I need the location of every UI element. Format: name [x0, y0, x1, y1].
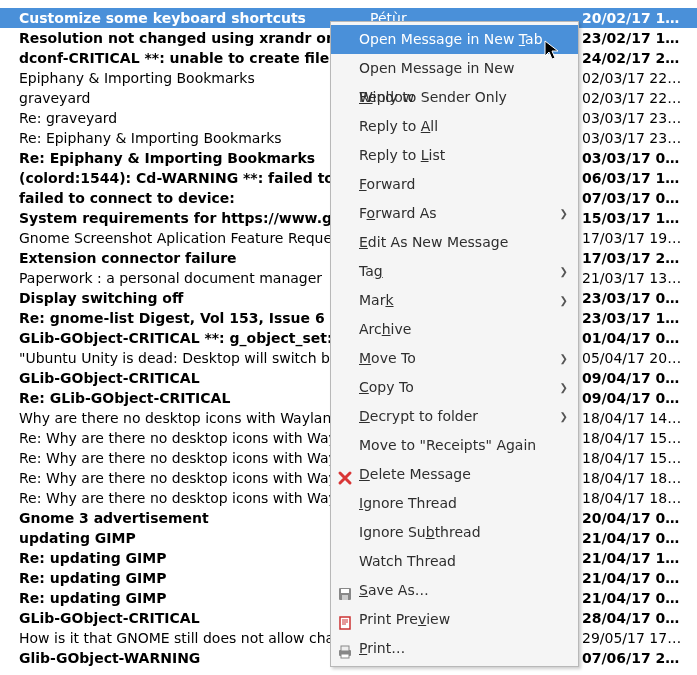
menu-ignore-thread[interactable]: Ignore Thread	[331, 489, 578, 518]
menu-label: Move to "Receipts" Again	[359, 437, 536, 453]
message-date: 23/02/17 1…	[582, 28, 697, 48]
message-subject: graveyard	[19, 88, 369, 108]
chevron-right-icon: ❯	[560, 373, 568, 402]
menu-save-as[interactable]: Save As…	[331, 576, 578, 605]
menu-copy-to[interactable]: Copy To ❯	[331, 373, 578, 402]
menu-label: Delete Message	[359, 466, 471, 482]
menu-move-to[interactable]: Move To ❯	[331, 344, 578, 373]
message-subject: Epiphany & Importing Bookmarks	[19, 68, 369, 88]
message-date: 15/03/17 1…	[582, 208, 697, 228]
message-subject: dconf-CRITICAL **: unable to create file…	[19, 48, 369, 68]
menu-label: Archive	[359, 321, 411, 337]
menu-label: Reply to Sender Only	[359, 89, 507, 105]
message-subject: Re: updating GIMP	[19, 548, 369, 568]
message-subject: System requirements for https://www.gnom	[19, 208, 369, 228]
message-subject: Gnome 3 advertisement	[19, 508, 369, 528]
menu-reply-sender[interactable]: Reply to Sender Only	[331, 83, 578, 112]
menu-label: Move To	[359, 350, 416, 366]
menu-label: Open Message in New Tab	[359, 31, 543, 47]
message-date: 18/04/17 18…	[582, 488, 697, 508]
chevron-right-icon: ❯	[560, 344, 568, 373]
message-subject: Re: gnome-list Digest, Vol 153, Issue 6	[19, 308, 369, 328]
menu-open-new-tab[interactable]: Open Message in New Tab	[331, 25, 578, 54]
svg-rect-1	[341, 589, 349, 593]
message-subject: Re: Why are there no desktop icons with …	[19, 488, 369, 508]
menu-edit-as-new[interactable]: Edit As New Message	[331, 228, 578, 257]
print-icon	[337, 641, 353, 657]
message-date: 21/04/17 1…	[582, 548, 697, 568]
message-subject: "Ubuntu Unity is dead: Desktop will swit…	[19, 348, 369, 368]
menu-label: Edit As New Message	[359, 234, 508, 250]
message-subject: GLib-GObject-CRITICAL **: g_object_set: …	[19, 328, 369, 348]
menu-ignore-subthread[interactable]: Ignore Subthread	[331, 518, 578, 547]
message-date: 18/04/17 15…	[582, 428, 697, 448]
message-subject: Re: Epiphany & Importing Bookmarks	[19, 148, 369, 168]
message-subject: Resolution not changed using xrandr on e…	[19, 28, 369, 48]
message-date: 20/02/17 1…	[582, 8, 697, 28]
menu-label: Reply to List	[359, 147, 445, 163]
menu-reply-all[interactable]: Reply to All	[331, 112, 578, 141]
message-subject: Paperwork : a personal document manager	[19, 268, 369, 288]
menu-archive[interactable]: Archive	[331, 315, 578, 344]
chevron-right-icon: ❯	[560, 199, 568, 228]
save-icon	[337, 583, 353, 599]
message-date: 06/03/17 1…	[582, 168, 697, 188]
message-subject: (colord:1544): Cd-WARNING **: failed to …	[19, 168, 369, 188]
message-date: 17/03/17 19…	[582, 228, 697, 248]
message-subject: Re: Why are there no desktop icons with …	[19, 428, 369, 448]
message-subject: Display switching off	[19, 288, 369, 308]
menu-delete[interactable]: Delete Message	[331, 460, 578, 489]
menu-reply-list[interactable]: Reply to List	[331, 141, 578, 170]
svg-rect-3	[340, 617, 350, 629]
menu-label: Watch Thread	[359, 553, 456, 569]
delete-icon	[337, 467, 353, 483]
print-preview-icon	[337, 612, 353, 628]
message-date: 03/03/17 23…	[582, 108, 697, 128]
menu-print-preview[interactable]: Print Preview	[331, 605, 578, 634]
menu-label: Forward	[359, 176, 415, 192]
message-date: 02/03/17 22…	[582, 68, 697, 88]
menu-print[interactable]: Print…	[331, 634, 578, 663]
svg-rect-2	[342, 595, 348, 600]
message-date: 09/04/17 0…	[582, 368, 697, 388]
message-date: 05/04/17 20…	[582, 348, 697, 368]
menu-mark[interactable]: Mark ❯	[331, 286, 578, 315]
chevron-right-icon: ❯	[560, 257, 568, 286]
menu-label: Save As…	[359, 582, 429, 598]
menu-forward-as[interactable]: Forward As ❯	[331, 199, 578, 228]
menu-tag[interactable]: Tag ❯	[331, 257, 578, 286]
message-date: 03/03/17 23…	[582, 128, 697, 148]
message-date: 28/04/17 0…	[582, 608, 697, 628]
menu-move-receipts[interactable]: Move to "Receipts" Again	[331, 431, 578, 460]
message-date: 24/02/17 2…	[582, 48, 697, 68]
message-subject: Gnome Screenshot Aplication Feature Requ…	[19, 228, 369, 248]
message-subject: Why are there no desktop icons with Wayl…	[19, 408, 369, 428]
message-date: 21/04/17 0…	[582, 588, 697, 608]
message-subject: Customize some keyboard shortcuts	[19, 8, 369, 28]
message-date: 18/04/17 15…	[582, 448, 697, 468]
menu-forward[interactable]: Forward	[331, 170, 578, 199]
message-subject: Re: graveyard	[19, 108, 369, 128]
context-menu: Open Message in New Tab Open Message in …	[330, 21, 579, 667]
menu-decrypt[interactable]: Decrypt to folder ❯	[331, 402, 578, 431]
menu-label: Print Preview	[359, 611, 450, 627]
message-date: 21/04/17 0…	[582, 568, 697, 588]
menu-label: Copy To	[359, 379, 414, 395]
message-date: 23/03/17 1…	[582, 308, 697, 328]
chevron-right-icon: ❯	[560, 286, 568, 315]
chevron-right-icon: ❯	[560, 402, 568, 431]
message-date: 07/03/17 0…	[582, 188, 697, 208]
message-date: 17/03/17 2…	[582, 248, 697, 268]
menu-label: Ignore Thread	[359, 495, 457, 511]
message-subject: GLib-GObject-CRITICAL	[19, 608, 369, 628]
menu-open-new-window[interactable]: Open Message in New Window	[331, 54, 578, 83]
message-subject: GLib-GObject-CRITICAL	[19, 368, 369, 388]
message-date: 23/03/17 0…	[582, 288, 697, 308]
message-subject: Extension connector failure	[19, 248, 369, 268]
message-subject: Re: Epiphany & Importing Bookmarks	[19, 128, 369, 148]
menu-label: Reply to All	[359, 118, 438, 134]
menu-watch-thread[interactable]: Watch Thread	[331, 547, 578, 576]
message-date: 02/03/17 22…	[582, 88, 697, 108]
message-subject: How is it that GNOME still does not allo…	[19, 628, 369, 648]
svg-rect-5	[341, 646, 349, 651]
